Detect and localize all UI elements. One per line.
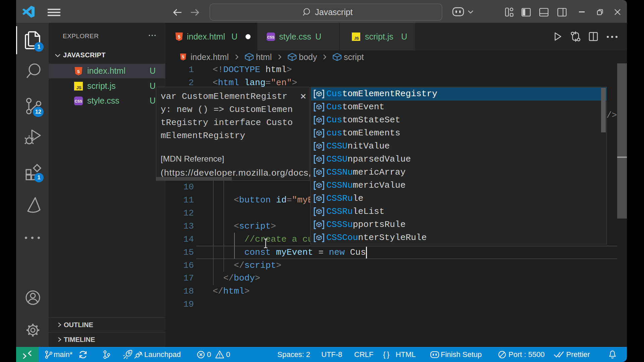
svg-text:JS: JS [354, 36, 359, 40]
svg-text:5: 5 [77, 69, 80, 74]
svg-text:5: 5 [182, 55, 184, 59]
svg-text:CSS: CSS [75, 99, 82, 103]
svg-text:JS: JS [76, 85, 82, 90]
svg-text:CSS: CSS [267, 35, 275, 39]
svg-text:5: 5 [178, 34, 180, 40]
